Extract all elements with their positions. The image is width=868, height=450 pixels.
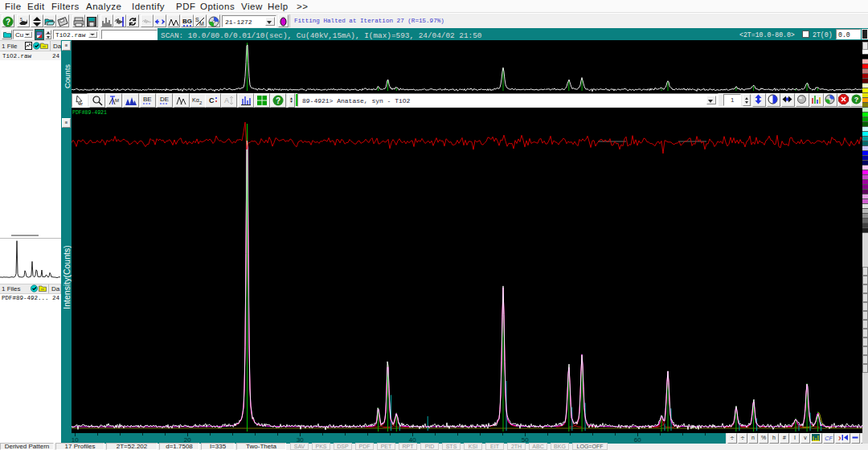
svg-text:PDF#89-4921: PDF#89-4921	[72, 110, 107, 116]
svg-text:M: M	[115, 98, 119, 103]
svg-text:C: C	[209, 96, 215, 104]
svg-text:?: ?	[854, 96, 859, 104]
svg-text:DE: DE	[160, 96, 169, 103]
svg-text:A: A	[224, 96, 229, 104]
svg-text:?: ?	[276, 96, 280, 105]
svg-text:60: 60	[634, 436, 641, 444]
svg-text:Kα: Kα	[192, 97, 199, 103]
svg-text:?: ?	[6, 18, 10, 27]
svg-text:BE: BE	[143, 96, 152, 103]
svg-text:BG: BG	[182, 18, 192, 25]
svg-text:5: 5	[20, 17, 23, 22]
svg-text:2: 2	[199, 100, 203, 105]
svg-text:z: z	[80, 101, 83, 106]
